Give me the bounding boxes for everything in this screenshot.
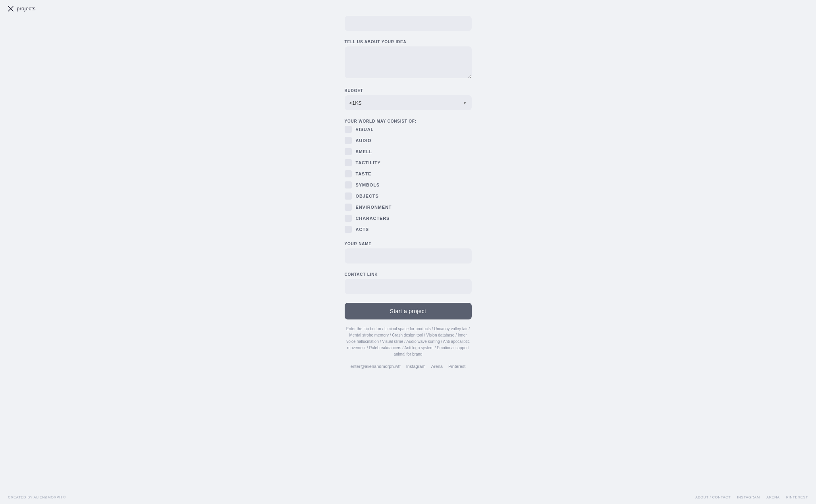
checkbox-box-objects[interactable] [345, 192, 352, 200]
name-input[interactable] [345, 248, 472, 264]
contact-input[interactable] [345, 279, 472, 294]
budget-field: BUDGET <1K$ 1K$-5K$ 5K$-10K$ 10K$+ ▼ [345, 88, 472, 110]
checkbox-box-tactility[interactable] [345, 159, 352, 166]
instagram-link[interactable]: Instagram [406, 364, 426, 369]
footer-about-link[interactable]: ABOUT / CONTACT [695, 495, 731, 499]
checkbox-acts[interactable]: ACTS [345, 226, 472, 233]
checkbox-symbols[interactable]: SYMBOLS [345, 181, 472, 189]
checkbox-objects[interactable]: OBJECTS [345, 192, 472, 200]
footer-arena-link[interactable]: ARENA [766, 495, 780, 499]
checkbox-smell[interactable]: SMELL [345, 148, 472, 155]
idea-textarea[interactable] [345, 46, 472, 78]
footer-instagram-link[interactable]: INSTAGRAM [737, 495, 760, 499]
checkbox-label-smell: SMELL [356, 149, 372, 154]
checkbox-label-characters: CHARACTERS [356, 216, 390, 221]
contact-label: CONTACT LINK [345, 272, 472, 277]
checkbox-box-audio[interactable] [345, 137, 352, 144]
name-field: YOUR NAME [345, 242, 472, 264]
contact-field: CONTACT LINK [345, 272, 472, 294]
checkbox-label-audio: AUDIO [356, 138, 372, 143]
budget-label: BUDGET [345, 88, 472, 93]
checkbox-label-objects: OBJECTS [356, 194, 379, 198]
footer: CREATED BY ALIEN&MORPH © ABOUT / CONTACT… [0, 491, 816, 504]
world-label: YOUR WORLD MAY CONSIST OF: [345, 119, 472, 123]
checkbox-label-symbols: SYMBOLS [356, 183, 380, 187]
checkbox-audio[interactable]: AUDIO [345, 137, 472, 144]
checkbox-label-visual: VISUAL [356, 127, 374, 132]
checkbox-label-tactility: TACTILITY [356, 160, 381, 165]
checkbox-label-acts: ACTS [356, 227, 369, 232]
close-icon [8, 6, 14, 12]
examples-text: Enter the trip button / Liminal space fo… [345, 326, 472, 358]
submit-button[interactable]: Start a project [345, 303, 472, 319]
checkbox-box-symbols[interactable] [345, 181, 352, 189]
arena-link[interactable]: Arena [431, 364, 443, 369]
checkbox-visual[interactable]: VISUAL [345, 126, 472, 133]
social-links: enter@alienandmorph.wtf Instagram Arena … [345, 364, 472, 369]
checkbox-label-environment: ENVIRONMENT [356, 205, 392, 210]
checkbox-box-visual[interactable] [345, 126, 352, 133]
close-nav[interactable]: projects [0, 0, 44, 17]
footer-pinterest-link[interactable]: PINTEREST [786, 495, 808, 499]
world-section: YOUR WORLD MAY CONSIST OF: VISUAL AUDIO … [345, 119, 472, 233]
checkbox-box-acts[interactable] [345, 226, 352, 233]
checkbox-characters[interactable]: CHARACTERS [345, 215, 472, 222]
checkbox-tactility[interactable]: TACTILITY [345, 159, 472, 166]
idea-field: TELL US ABOUT YOUR IDEA [345, 40, 472, 80]
name-label: YOUR NAME [345, 242, 472, 246]
budget-select[interactable]: <1K$ 1K$-5K$ 5K$-10K$ 10K$+ [345, 95, 472, 110]
email-link[interactable]: enter@alienandmorph.wtf [351, 364, 401, 369]
checkbox-box-taste[interactable] [345, 170, 352, 177]
footer-created-by: CREATED BY ALIEN&MORPH © [8, 495, 66, 499]
top-input[interactable] [345, 16, 472, 31]
footer-links: ABOUT / CONTACT INSTAGRAM ARENA PINTERES… [695, 495, 808, 499]
checkbox-taste[interactable]: TASTE [345, 170, 472, 177]
checkbox-box-smell[interactable] [345, 148, 352, 155]
checkbox-box-characters[interactable] [345, 215, 352, 222]
checkbox-box-environment[interactable] [345, 204, 352, 211]
checkbox-environment[interactable]: ENVIRONMENT [345, 204, 472, 211]
idea-label: TELL US ABOUT YOUR IDEA [345, 40, 472, 44]
checkbox-label-taste: TASTE [356, 171, 372, 176]
pinterest-link[interactable]: Pinterest [448, 364, 465, 369]
nav-projects-label: projects [17, 6, 36, 12]
